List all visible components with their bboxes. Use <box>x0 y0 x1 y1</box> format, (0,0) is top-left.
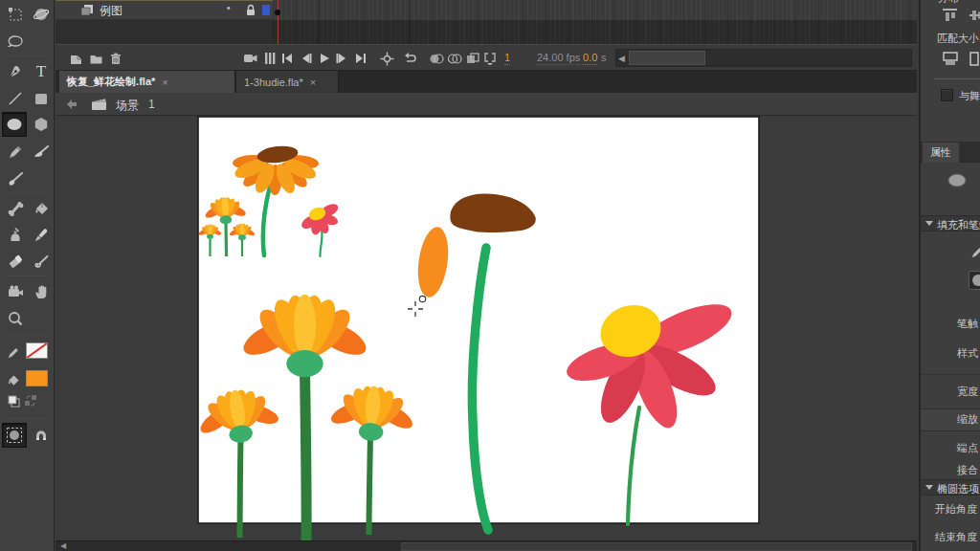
play-button[interactable] <box>316 50 333 67</box>
line-tool[interactable] <box>3 86 28 111</box>
layer-name-column: 例图 • <box>56 0 273 20</box>
delete-layer-button[interactable] <box>107 50 124 67</box>
tab-properties[interactable]: 属性 <box>923 143 959 163</box>
tab-flower-document[interactable]: 恢复_鲜花绘制.fla* × <box>59 71 235 93</box>
hscroll-thumb[interactable] <box>401 542 912 551</box>
show-layer-outline-button[interactable] <box>261 50 278 67</box>
center-frame-button[interactable] <box>378 50 395 67</box>
loop-playback-button[interactable] <box>401 50 418 67</box>
text-tool[interactable]: T <box>29 59 54 84</box>
tab-close-icon[interactable]: × <box>162 77 167 88</box>
lasso-icon <box>7 33 24 51</box>
step-forward-icon <box>336 53 348 64</box>
polystar-tool[interactable] <box>29 112 54 137</box>
keyframe-dot <box>275 10 280 15</box>
timeline-toolbar: 1 24.00 fps 0.0 s ◀ <box>56 44 917 71</box>
hand-icon <box>33 283 50 300</box>
layer-outline-color-swatch[interactable] <box>262 5 270 15</box>
rectangle-tool[interactable] <box>29 86 54 111</box>
ink-bottle-icon <box>7 227 24 244</box>
fill-stroke-section-header[interactable]: 填充和笔触 <box>921 215 980 231</box>
snap-to-objects-toggle[interactable] <box>29 423 54 448</box>
black-white-colors-button[interactable] <box>6 393 21 408</box>
distribute-middle-button[interactable] <box>969 8 980 23</box>
bone-tool[interactable] <box>3 196 28 221</box>
paint-bucket-tool[interactable] <box>29 196 54 221</box>
lasso-tool[interactable] <box>3 30 28 55</box>
add-camera-button[interactable] <box>242 50 259 67</box>
match-height-icon <box>969 51 980 67</box>
match-width-button[interactable] <box>942 51 959 67</box>
tab-close-icon[interactable]: × <box>310 77 316 88</box>
new-folder-button[interactable] <box>87 50 104 67</box>
pencil-tool[interactable] <box>3 140 28 165</box>
oval-tool-selected[interactable] <box>2 112 27 137</box>
free-transform-tool[interactable] <box>3 2 28 27</box>
scene-breadcrumb[interactable]: 场景 <box>116 98 139 114</box>
current-frame-indicator[interactable]: 1 <box>504 52 510 65</box>
line-icon <box>7 90 24 107</box>
brush-tool[interactable] <box>29 140 54 165</box>
outline-swatch <box>262 5 270 15</box>
layer-lock-icon[interactable] <box>245 4 256 16</box>
back-arrow-icon[interactable] <box>65 99 78 110</box>
horizontal-scrollbar[interactable]: ◀ <box>56 540 917 551</box>
onion-skin-outlines-button[interactable] <box>446 50 463 67</box>
object-drawing-toggle-selected[interactable] <box>2 423 27 448</box>
collapse-arrow-icon <box>925 485 933 490</box>
swap-colors-button[interactable] <box>23 393 38 408</box>
style-label: 样式 <box>957 346 978 361</box>
frame-rate-indicator[interactable]: 24.00 fps <box>537 52 580 65</box>
fill-swatch-icon <box>969 272 980 289</box>
loop-icon <box>402 52 417 65</box>
edit-multiple-frames-button[interactable] <box>464 50 481 67</box>
timeline-empty-area <box>56 20 273 44</box>
go-to-first-frame-button[interactable] <box>278 50 296 67</box>
fill-color-swatch[interactable] <box>26 370 48 386</box>
step-forward-button[interactable] <box>333 50 350 67</box>
stroke-color-swatch[interactable] <box>26 342 48 359</box>
elapsed-time-indicator[interactable]: 0.0 <box>583 52 597 65</box>
tab-hudie-document[interactable]: 1-3hudie.fla* × <box>236 71 339 93</box>
ink-bottle-tool[interactable] <box>3 223 28 248</box>
3d-rotation-tool[interactable] <box>29 2 54 27</box>
fill-color-control <box>1 368 26 393</box>
deco-tool[interactable] <box>29 249 54 274</box>
onion-skin-button[interactable] <box>428 50 445 67</box>
layer-visibility-dot[interactable]: • <box>227 3 231 13</box>
paint-brush-tool[interactable] <box>3 166 28 191</box>
toolbox-divider <box>4 335 50 336</box>
step-back-button[interactable] <box>297 50 314 67</box>
timeline-scrollbar-thumb[interactable] <box>629 51 705 65</box>
go-to-last-frame-button[interactable] <box>351 50 368 67</box>
hand-tool[interactable] <box>29 279 54 304</box>
collapse-arrow-icon <box>925 221 933 226</box>
eraser-tool[interactable] <box>3 249 28 274</box>
layer-name[interactable]: 例图 <box>100 3 122 19</box>
align-to-stage-checkbox[interactable] <box>941 89 953 101</box>
distribute-top-button[interactable] <box>942 8 958 23</box>
elapsed-time-unit: s <box>601 52 607 64</box>
play-icon <box>319 53 330 64</box>
magnet-icon <box>33 427 50 444</box>
polystar-icon <box>33 116 50 133</box>
pen-tool[interactable] <box>3 59 28 84</box>
new-layer-button[interactable] <box>67 50 84 67</box>
modify-markers-button[interactable] <box>482 50 500 67</box>
fill-color-swatch-button[interactable] <box>969 271 980 290</box>
camera-tool[interactable] <box>3 279 28 304</box>
width-label: 宽度 <box>957 385 978 399</box>
hscroll-left-arrow[interactable]: ◀ <box>60 541 66 551</box>
layer-selection-highlight <box>56 0 278 1</box>
stage-viewport[interactable] <box>56 116 917 540</box>
ellipse-options-section-header[interactable]: 椭圆选项 <box>921 479 980 496</box>
stroke-color-pencil-icon[interactable] <box>969 245 980 260</box>
eraser-icon <box>7 253 24 270</box>
timeline-scroll-left-arrow[interactable]: ◀ <box>618 54 625 63</box>
fill-bucket-icon <box>6 373 21 388</box>
zoom-tool[interactable] <box>3 306 28 331</box>
timeline-playhead[interactable] <box>278 0 279 44</box>
eyedropper-tool[interactable] <box>29 223 54 248</box>
timeline-scrollbar[interactable]: ◀ <box>615 49 912 67</box>
match-height-button[interactable] <box>969 51 980 67</box>
